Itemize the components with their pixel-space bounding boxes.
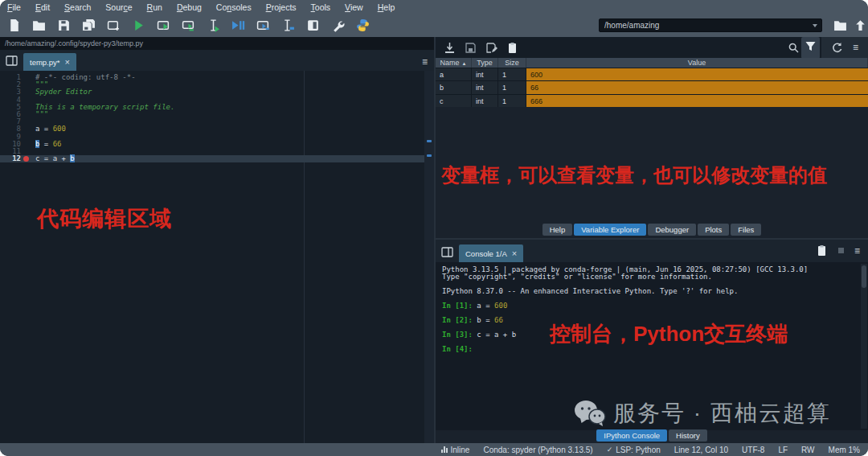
breakpoint-icon[interactable] bbox=[23, 156, 29, 162]
code-line[interactable]: 6""" bbox=[0, 111, 424, 118]
preferences-wrench-icon[interactable] bbox=[331, 18, 345, 32]
column-header-name[interactable]: Name▲ bbox=[436, 58, 472, 68]
scroll-thumb[interactable] bbox=[862, 265, 866, 288]
code-editor[interactable]: 1# -*- coding: utf-8 -*-2"""3Spyder Edit… bbox=[0, 71, 434, 443]
run-selection-icon[interactable] bbox=[207, 18, 220, 32]
cell-type[interactable]: int bbox=[472, 95, 498, 107]
tab-history[interactable]: History bbox=[669, 429, 707, 442]
code-line[interactable]: 1# -*- coding: utf-8 -*- bbox=[0, 74, 424, 81]
tab-files[interactable]: Files bbox=[731, 224, 761, 236]
menu-debug[interactable]: Debug bbox=[170, 2, 209, 12]
breakpoint-gutter[interactable] bbox=[21, 125, 32, 133]
save-icon[interactable] bbox=[57, 18, 71, 32]
menu-help[interactable]: Help bbox=[371, 2, 403, 12]
breakpoint-gutter[interactable] bbox=[21, 81, 32, 88]
paste-data-icon[interactable] bbox=[506, 42, 518, 54]
run-cell-icon[interactable] bbox=[157, 18, 170, 32]
cell-name[interactable]: a bbox=[436, 68, 472, 80]
python-env-icon[interactable] bbox=[356, 18, 370, 32]
filter-icon[interactable] bbox=[805, 40, 817, 52]
browse-tabs-icon[interactable] bbox=[6, 55, 18, 67]
inspect-icon[interactable] bbox=[816, 244, 828, 257]
new-cell-icon[interactable] bbox=[107, 18, 121, 32]
menu-view[interactable]: View bbox=[338, 2, 371, 12]
browse-directory-icon[interactable] bbox=[833, 18, 847, 32]
cell-type[interactable]: int bbox=[472, 68, 498, 80]
editor-options-menu-icon[interactable]: ≡ bbox=[422, 58, 428, 66]
save-data-as-icon[interactable] bbox=[485, 42, 497, 54]
console-scrollbar[interactable] bbox=[861, 264, 867, 429]
tab-ipython-console[interactable]: IPython Console bbox=[596, 429, 667, 442]
cell-value[interactable]: 666 bbox=[526, 95, 868, 107]
new-file-icon[interactable] bbox=[7, 18, 21, 32]
breakpoint-gutter[interactable] bbox=[21, 111, 32, 118]
import-data-icon[interactable] bbox=[444, 42, 456, 54]
menu-run[interactable]: Run bbox=[140, 2, 170, 12]
browse-tabs-icon[interactable] bbox=[441, 246, 453, 258]
breakpoint-gutter[interactable] bbox=[21, 74, 32, 81]
menu-projects[interactable]: Projects bbox=[259, 2, 304, 12]
cell-size[interactable]: 1 bbox=[498, 95, 526, 107]
column-header-value[interactable]: Value bbox=[526, 58, 868, 68]
tab-debugger[interactable]: Debugger bbox=[648, 224, 696, 236]
open-file-icon[interactable] bbox=[32, 18, 46, 32]
working-directory-combo[interactable] bbox=[599, 18, 822, 32]
cell-size[interactable]: 1 bbox=[498, 81, 526, 93]
line-number[interactable]: 12 bbox=[0, 155, 21, 162]
breakpoint-gutter[interactable] bbox=[21, 155, 32, 162]
debug-cell-icon[interactable] bbox=[256, 18, 270, 32]
run-cell-advance-icon[interactable] bbox=[182, 18, 195, 32]
run-file-icon[interactable] bbox=[132, 18, 145, 32]
variable-table[interactable]: Name▲TypeSizeValueaint1600bint166cint166… bbox=[436, 58, 868, 107]
parent-directory-icon[interactable] bbox=[854, 18, 867, 32]
code-line[interactable]: 12c = a + b bbox=[0, 155, 424, 162]
menu-edit[interactable]: Edit bbox=[28, 2, 57, 12]
menu-source[interactable]: Source bbox=[98, 2, 139, 12]
interrupt-kernel-icon[interactable] bbox=[838, 248, 844, 253]
code-line[interactable]: 5This is a temporary script file. bbox=[0, 104, 424, 111]
cell-value[interactable]: 600 bbox=[526, 68, 868, 80]
breakpoint-gutter[interactable] bbox=[21, 141, 32, 148]
editor-scrollbar[interactable] bbox=[424, 71, 434, 443]
table-row[interactable]: cint1666 bbox=[436, 94, 868, 107]
working-directory-input[interactable] bbox=[600, 21, 813, 30]
breakpoint-gutter[interactable] bbox=[21, 88, 32, 96]
code-line[interactable]: 9 bbox=[0, 134, 424, 141]
tab-plots[interactable]: Plots bbox=[698, 224, 729, 236]
code-line[interactable]: 3Spyder Editor bbox=[0, 88, 424, 96]
code-line[interactable]: 10b = 66 bbox=[0, 141, 424, 148]
breakpoint-gutter[interactable] bbox=[21, 148, 32, 155]
console-tab[interactable]: Console 1/A × bbox=[459, 244, 523, 262]
save-data-icon[interactable] bbox=[465, 42, 477, 54]
table-row[interactable]: aint1600 bbox=[436, 68, 868, 80]
editor-tab-temp-py[interactable]: temp.py* × bbox=[23, 53, 76, 71]
cell-type[interactable]: int bbox=[472, 81, 498, 93]
menu-file[interactable]: File bbox=[0, 2, 28, 12]
cell-name[interactable]: b bbox=[436, 81, 472, 93]
filter-icon-active[interactable] bbox=[801, 37, 820, 59]
close-icon[interactable]: × bbox=[512, 249, 517, 258]
menu-search[interactable]: Search bbox=[57, 2, 98, 12]
maximize-pane-icon[interactable] bbox=[306, 18, 320, 32]
breakpoint-gutter[interactable] bbox=[21, 104, 32, 111]
breakpoint-gutter[interactable] bbox=[21, 97, 32, 104]
cell-name[interactable]: c bbox=[436, 95, 472, 107]
debug-file-icon[interactable] bbox=[231, 18, 245, 32]
code-line[interactable]: 8a = 600 bbox=[0, 125, 424, 133]
refresh-icon[interactable] bbox=[831, 42, 843, 54]
close-icon[interactable]: × bbox=[65, 58, 70, 67]
cell-size[interactable]: 1 bbox=[498, 68, 526, 80]
search-icon[interactable] bbox=[788, 42, 800, 54]
cell-value[interactable]: 66 bbox=[526, 81, 868, 93]
breakpoint-gutter[interactable] bbox=[21, 118, 32, 125]
column-header-size[interactable]: Size bbox=[498, 58, 526, 68]
tab-variable-explorer[interactable]: Variable Explorer bbox=[574, 224, 646, 236]
caret-down-icon[interactable] bbox=[813, 24, 817, 27]
table-row[interactable]: bint166 bbox=[436, 80, 868, 93]
breakpoint-gutter[interactable] bbox=[21, 134, 32, 141]
menu-consoles[interactable]: Consoles bbox=[209, 2, 259, 12]
column-header-type[interactable]: Type bbox=[472, 58, 498, 68]
debug-selection-icon[interactable] bbox=[281, 18, 295, 32]
tab-help[interactable]: Help bbox=[542, 224, 573, 236]
variable-options-menu-icon[interactable]: ≡ bbox=[853, 43, 858, 51]
